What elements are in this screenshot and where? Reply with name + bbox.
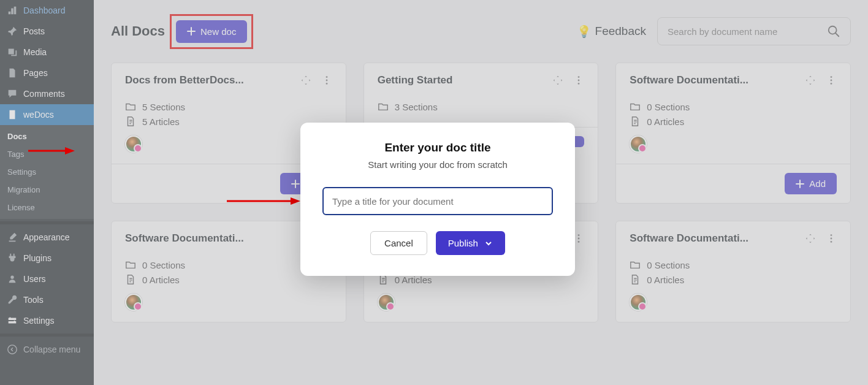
sub-item-tags[interactable]: Tags [0,145,94,163]
svg-point-8 [831,76,832,78]
plugin-icon [6,253,18,264]
folder-icon [630,101,641,112]
svg-point-5 [578,76,580,78]
svg-point-0 [8,345,17,354]
sidebar-label: weDocs [23,110,54,120]
kebab-icon[interactable] [826,233,837,244]
sidebar-item-tools[interactable]: Tools [0,289,94,310]
sidebar-label: Posts [23,26,45,36]
sections-count: 0 Sections [142,260,185,270]
move-icon[interactable] [805,233,816,244]
publish-button[interactable]: Publish [436,231,505,255]
chevron-down-icon [484,239,493,248]
svg-point-17 [831,234,832,236]
move-icon[interactable] [805,75,816,86]
sections-count: 3 Sections [395,102,438,112]
search-input[interactable] [668,26,827,37]
new-doc-label: New doc [200,26,236,37]
doc-card: Software Documentati... 0 Sections 0 Art… [615,221,851,322]
sidebar-label: Pages [23,68,48,78]
doc-title-input[interactable] [322,187,553,215]
svg-point-16 [578,241,580,243]
sidebar-item-dashboard[interactable]: Dashboard [0,0,94,21]
avatar [125,135,142,153]
sidebar-item-comments[interactable]: Comments [0,83,94,104]
doc-title[interactable]: Docs from BetterDocs... [125,74,244,86]
bulb-icon: 💡 [577,25,592,39]
file-icon [125,274,136,285]
collapse-icon [6,344,18,355]
sections-count: 5 Sections [142,102,185,112]
kebab-icon[interactable] [321,75,332,86]
sub-item-migration[interactable]: Migration [0,181,94,199]
sub-item-settings[interactable]: Settings [0,163,94,181]
folder-icon [125,259,136,270]
sidebar-item-posts[interactable]: Posts [0,21,94,42]
sidebar-item-users[interactable]: Users [0,269,94,289]
avatar [630,294,647,311]
new-doc-button[interactable]: New doc [176,20,247,43]
sidebar-label: Plugins [23,253,51,263]
doc-title[interactable]: Getting Started [378,74,453,86]
pin-icon [6,26,18,37]
user-icon [6,273,18,284]
sidebar-item-plugins[interactable]: Plugins [0,248,94,269]
articles-count: 0 Articles [395,275,432,285]
articles-count: 0 Articles [647,275,684,285]
tool-icon [6,294,18,305]
file-icon [630,116,641,127]
move-icon[interactable] [300,75,311,86]
modal-title: Enter your doc title [322,141,553,154]
feedback-link[interactable]: 💡 Feedback [577,25,646,39]
sidebar-item-appearance[interactable]: Appearance [0,227,94,248]
plus-icon [187,27,196,36]
cancel-button[interactable]: Cancel [370,231,427,255]
sidebar-item-media[interactable]: Media [0,42,94,63]
admin-sidebar: Dashboard Posts Media Pages Comments weD… [0,0,94,385]
articles-count: 0 Articles [142,275,180,285]
add-label: Add [809,178,826,189]
sidebar-label: Comments [23,89,65,99]
sub-item-docs[interactable]: Docs [0,128,94,145]
brush-icon [6,232,18,243]
topbar: All Docs New doc 💡 Feedback [111,17,851,45]
sub-item-license[interactable]: License [0,199,94,216]
comment-icon [6,88,18,99]
kebab-icon[interactable] [826,75,837,86]
svg-point-14 [578,234,580,236]
svg-point-2 [326,76,327,78]
articles-count: 5 Articles [142,116,180,127]
sidebar-label: Appearance [23,232,70,242]
sidebar-item-collapse[interactable]: Collapse menu [0,339,94,360]
svg-point-9 [831,80,832,82]
sidebar-label: Tools [23,295,44,305]
modal-subtitle: Start writing your doc from scratch [322,159,553,170]
avatar [378,294,395,311]
svg-point-15 [578,238,580,240]
publish-label: Publish [448,238,478,248]
doc-icon [6,109,18,120]
media-icon [6,47,18,58]
sidebar-item-pages[interactable]: Pages [0,63,94,83]
kebab-icon[interactable] [573,233,584,244]
move-icon[interactable] [552,75,563,86]
feedback-label: Feedback [595,25,646,38]
folder-icon [378,101,389,112]
kebab-icon[interactable] [573,75,584,86]
doc-title[interactable]: Software Documentati... [630,232,748,245]
plus-icon [796,180,804,188]
svg-point-7 [578,83,580,85]
add-button[interactable]: Add [785,173,837,194]
search-box[interactable] [657,17,851,45]
sidebar-label: Media [23,47,47,57]
page-title: All Docs [111,23,165,39]
articles-count: 0 Articles [647,116,684,127]
doc-title[interactable]: Software Documentati... [630,74,748,86]
svg-point-18 [831,238,832,240]
doc-title[interactable]: Software Documentati... [125,232,244,245]
settings-icon [6,315,18,326]
sidebar-item-settings[interactable]: Settings [0,310,94,331]
sidebar-item-wedocs[interactable]: weDocs [0,104,94,125]
doc-card: Software Documentati... 0 Sections 0 Art… [615,63,851,204]
file-icon [125,116,136,127]
